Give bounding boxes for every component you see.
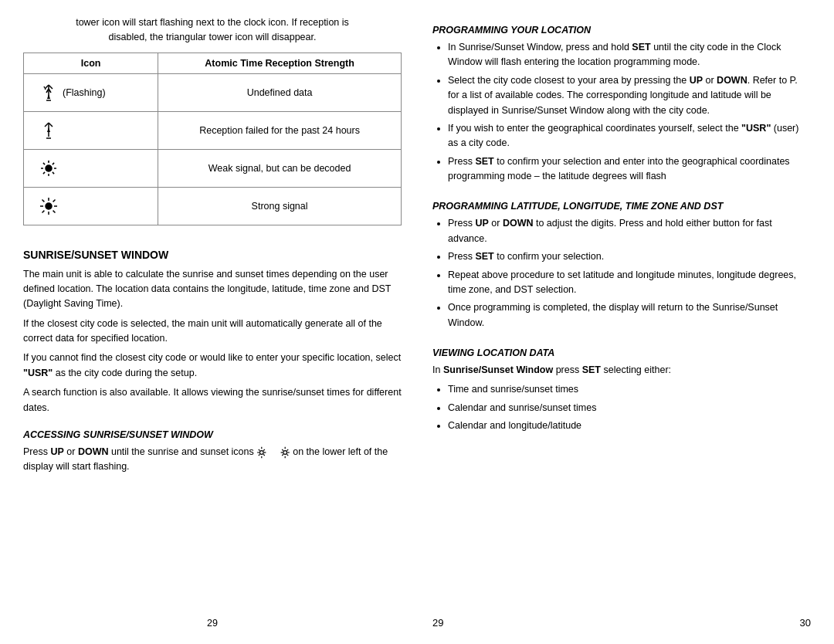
svg-line-28 bbox=[42, 199, 45, 202]
svg-point-41 bbox=[283, 450, 287, 454]
svg-marker-5 bbox=[47, 94, 50, 99]
svg-line-49 bbox=[282, 454, 283, 456]
sunrise-heading: SUNRISE/SUNSET WINDOW bbox=[23, 249, 402, 261]
intro-text: tower icon will start flashing next to t… bbox=[23, 15, 402, 45]
list-item: Calendar and longitude/latitude bbox=[448, 419, 811, 433]
svg-point-13 bbox=[46, 165, 52, 171]
table-row: (Flashing) Undefined data bbox=[24, 73, 402, 111]
left-page-footer: 29 bbox=[23, 610, 402, 629]
svg-line-48 bbox=[286, 449, 288, 451]
sunrise-para1: The main unit is able to calculate the s… bbox=[23, 267, 402, 312]
left-page-number: 29 bbox=[207, 618, 218, 629]
table-row: Strong signal bbox=[24, 187, 402, 225]
no-reception-icon bbox=[39, 121, 58, 140]
svg-point-32 bbox=[260, 450, 264, 454]
sunrise-icon bbox=[256, 446, 274, 457]
strong-signal-cell: Strong signal bbox=[158, 187, 402, 225]
sunset-icon bbox=[275, 446, 293, 457]
sunrise-para2: If the closest city code is selected, th… bbox=[23, 317, 402, 347]
svg-line-20 bbox=[53, 162, 54, 164]
svg-line-37 bbox=[259, 449, 260, 451]
svg-line-39 bbox=[263, 449, 265, 451]
svg-line-40 bbox=[259, 454, 260, 456]
list-item: Once programming is completed, the displ… bbox=[448, 300, 811, 330]
sunrise-para4: A search function is also available. It … bbox=[23, 385, 402, 415]
flashing-label: (Flashing) bbox=[63, 87, 106, 98]
svg-line-29 bbox=[53, 210, 56, 212]
svg-line-21 bbox=[43, 171, 45, 173]
prog-location-list: In Sunrise/Sunset Window, press and hold… bbox=[448, 40, 811, 187]
table-row: Weak signal, but can be decoded bbox=[24, 149, 402, 187]
list-item: In Sunrise/Sunset Window, press and hold… bbox=[448, 40, 811, 70]
list-item: Press SET to confirm your selection and … bbox=[448, 154, 811, 185]
svg-line-46 bbox=[282, 449, 283, 451]
list-item: Press SET to confirm your selection. bbox=[448, 249, 811, 264]
right-page-number-left: 29 bbox=[432, 617, 443, 629]
table-header-icon: Icon bbox=[24, 53, 158, 73]
sunrise-para3: If you cannot find the closest city code… bbox=[23, 351, 402, 381]
prog-lat-list: Press UP or DOWN to adjust the digits. P… bbox=[448, 216, 811, 334]
reception-failed-cell: Reception failed for the past 24 hours bbox=[158, 111, 402, 149]
table-row: Reception failed for the past 24 hours bbox=[24, 111, 402, 149]
reception-table: Icon Atomic Time Reception Strength bbox=[23, 53, 402, 225]
svg-line-18 bbox=[43, 162, 45, 164]
list-item: If you wish to enter the geographical co… bbox=[448, 121, 811, 151]
svg-line-19 bbox=[53, 171, 54, 173]
right-page-number-right: 30 bbox=[800, 617, 811, 629]
viewing-heading: VIEWING LOCATION DATA bbox=[432, 347, 811, 358]
accessing-heading: ACCESSING SUNRISE/SUNSET WINDOW bbox=[23, 429, 402, 440]
strong-signal-icon bbox=[39, 197, 58, 215]
prog-lat-heading: PROGRAMMING LATITUDE, LONGITUDE, TIME ZO… bbox=[432, 201, 811, 212]
prog-location-heading: PROGRAMMING YOUR LOCATION bbox=[432, 25, 811, 36]
list-item: Calendar and sunrise/sunset times bbox=[448, 401, 811, 415]
viewing-list: Time and sunrise/sunset times Calendar a… bbox=[448, 382, 811, 436]
tower-flashing-icon bbox=[39, 83, 58, 102]
undefined-data-cell: Undefined data bbox=[158, 73, 402, 111]
list-item: Select the city code closest to your are… bbox=[448, 73, 811, 118]
svg-line-47 bbox=[286, 454, 288, 456]
viewing-para: In Sunrise/Sunset Window press SET selec… bbox=[432, 363, 811, 378]
accessing-para: Press UP or DOWN until the sunrise and s… bbox=[23, 445, 402, 475]
svg-marker-11 bbox=[47, 127, 50, 132]
svg-line-30 bbox=[53, 199, 56, 202]
weak-signal-cell: Weak signal, but can be decoded bbox=[158, 149, 402, 187]
svg-line-31 bbox=[42, 210, 45, 212]
table-header-strength: Atomic Time Reception Strength bbox=[158, 53, 402, 73]
right-page-footer: 29 30 bbox=[432, 609, 811, 629]
list-item: Press UP or DOWN to adjust the digits. P… bbox=[448, 216, 811, 246]
svg-line-38 bbox=[263, 454, 265, 456]
list-item: Repeat above procedure to set latitude a… bbox=[448, 268, 811, 298]
svg-point-23 bbox=[46, 203, 52, 209]
list-item: Time and sunrise/sunset times bbox=[448, 382, 811, 397]
weak-signal-icon bbox=[39, 159, 58, 178]
